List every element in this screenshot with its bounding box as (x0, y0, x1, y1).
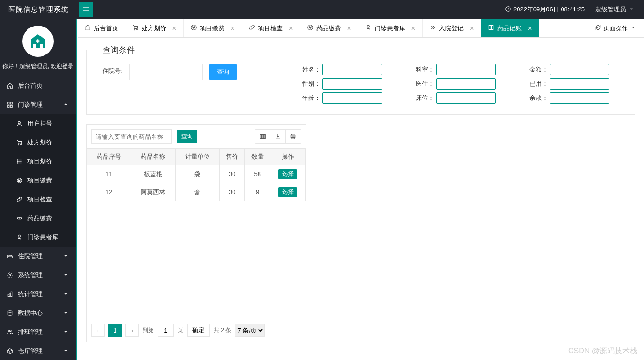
hamburger-icon (82, 5, 90, 14)
print-tool[interactable] (286, 130, 301, 143)
chart-icon (7, 291, 14, 297)
cell-price: 30 (219, 165, 245, 183)
user-label: 超级管理员 (595, 5, 626, 14)
avatar (22, 26, 54, 57)
sidebar-item-label: 统计管理 (18, 290, 43, 298)
sidebar-item-register[interactable]: 用户挂号 (0, 114, 76, 133)
cell-name: 阿莫西林 (131, 183, 175, 201)
select-button[interactable]: 选择 (278, 169, 297, 179)
field-label: 年龄： (302, 94, 321, 102)
tab-label: 项目缴费 (200, 24, 224, 33)
field-label: 余款： (529, 94, 548, 102)
info-grid: 姓名： 科室： 金额： 性别： 医生： 已用： 年龄： 床位： 余款： (302, 64, 624, 104)
sidebar-item-label: 后台首页 (18, 81, 43, 90)
pager-confirm[interactable]: 确定 (187, 324, 210, 337)
sidebar-item-label: 仓库管理 (18, 347, 43, 355)
close-icon[interactable]: ✕ (408, 25, 416, 32)
sidebar-item-item-pay[interactable]: 项目缴费 (0, 171, 76, 190)
pager-page-1[interactable]: 1 (108, 324, 122, 337)
sidebar-group-inpatient[interactable]: 住院管理 (0, 247, 76, 266)
sidebar-item-label: 处方划价 (27, 138, 52, 147)
pager-prev[interactable]: ‹ (91, 324, 105, 337)
svg-rect-6 (33, 44, 36, 48)
person-icon (365, 24, 372, 32)
sidebar-toggle-button[interactable] (79, 2, 93, 17)
svg-rect-41 (264, 134, 265, 138)
sidebar-item-label: 药品缴费 (27, 214, 52, 223)
export-tool[interactable] (270, 130, 286, 143)
balance-value (550, 92, 609, 104)
table-row: 12 阿莫西林 盒 30 9 选择 (87, 183, 306, 201)
svg-point-14 (21, 144, 22, 145)
close-icon[interactable]: ✕ (466, 25, 474, 32)
svg-point-30 (9, 330, 10, 332)
tab-rx-price[interactable]: 处方划价✕ (125, 19, 184, 37)
name-value (322, 64, 382, 75)
gear-icon (7, 272, 14, 279)
tab-admission[interactable]: 入院登记✕ (423, 19, 481, 37)
page-ops-menu[interactable]: 页面操作 (587, 19, 644, 37)
svg-point-36 (367, 25, 370, 27)
cell-qty: 9 (245, 183, 270, 201)
close-icon[interactable]: ✕ (286, 25, 293, 32)
tab-patient-db[interactable]: 门诊患者库✕ (358, 19, 423, 37)
tab-label: 门诊患者库 (375, 24, 405, 33)
svg-rect-8 (8, 102, 9, 104)
cell-unit: 盒 (175, 183, 219, 201)
sidebar-item-item-price[interactable]: 项目划价 (0, 152, 76, 171)
inpatient-input[interactable] (129, 64, 203, 80)
drug-search-button[interactable]: 查询 (177, 130, 197, 143)
datetime-text: 2022年09月06日 08:41:25 (513, 5, 585, 14)
chevron-down-icon (63, 347, 69, 355)
conditions-legend: 查询条件 (98, 45, 140, 55)
tab-drug-pay[interactable]: 药品缴费✕ (300, 19, 358, 37)
drug-search-input[interactable] (91, 129, 172, 144)
svg-rect-39 (260, 134, 261, 138)
sidebar-item-patient-db[interactable]: 门诊患者库 (0, 228, 76, 247)
sidebar-group-data[interactable]: 数据中心 (0, 304, 76, 323)
sidebar-group-warehouse[interactable]: 仓库管理 (0, 342, 76, 360)
tab-drug-account[interactable]: 药品记账✕ (481, 19, 539, 37)
pager-page-label: 页 (178, 326, 183, 334)
box-icon (7, 348, 14, 354)
sidebar-item-drug-pay[interactable]: 药品缴费 (0, 209, 76, 228)
tab-home[interactable]: 后台首页 (78, 19, 125, 37)
field-label: 已用： (529, 80, 548, 88)
query-button[interactable]: 查询 (209, 64, 237, 80)
pager: ‹ 1 › 到第 页 确定 共 2 条 7 条/页 (87, 319, 306, 342)
svg-point-20 (17, 163, 18, 163)
close-icon[interactable]: ✕ (169, 25, 177, 32)
cell-qty: 58 (245, 165, 270, 183)
pager-goto-input[interactable] (158, 324, 174, 337)
sidebar-item-rx-price[interactable]: 处方划价 (0, 133, 76, 152)
sidebar-group-stats[interactable]: 统计管理 (0, 285, 76, 304)
close-icon[interactable]: ✕ (525, 25, 532, 32)
svg-point-32 (134, 29, 135, 30)
pager-perpage-select[interactable]: 7 条/页 (235, 324, 265, 337)
welcome-text: 你好！超级管理员, 欢迎登录 (0, 61, 76, 76)
sidebar-group-schedule[interactable]: 排班管理 (0, 323, 76, 342)
chevron-down-icon (630, 24, 636, 32)
user-menu[interactable]: 超级管理员 (595, 5, 635, 14)
sidebar-group-system[interactable]: 系统管理 (0, 266, 76, 285)
drug-table: 药品序号 药品名称 计量单位 售价 数量 操作 11 板蓝根 袋 30 58 选… (87, 148, 306, 201)
col-price: 售价 (219, 149, 245, 165)
tab-item-pay[interactable]: 项目缴费✕ (184, 19, 242, 37)
svg-point-24 (18, 235, 21, 237)
sidebar-item-item-check[interactable]: 项目检查 (0, 190, 76, 209)
close-icon[interactable]: ✕ (344, 25, 351, 32)
pager-next[interactable]: › (125, 324, 139, 337)
chevron-down-icon (63, 271, 69, 279)
pill-icon (16, 215, 24, 222)
columns-tool[interactable] (255, 130, 270, 143)
gender-value (322, 78, 382, 90)
svg-rect-5 (37, 39, 39, 43)
close-icon[interactable]: ✕ (227, 25, 235, 32)
tab-item-check[interactable]: 项目检查✕ (242, 19, 300, 37)
select-button[interactable]: 选择 (278, 187, 297, 197)
sidebar-group-outpatient[interactable]: 门诊管理 (0, 95, 76, 114)
field-label: 床位： (415, 94, 434, 102)
sidebar-item-home[interactable]: 后台首页 (0, 76, 76, 95)
cell-price: 30 (219, 183, 245, 201)
cell-id: 12 (87, 183, 131, 201)
